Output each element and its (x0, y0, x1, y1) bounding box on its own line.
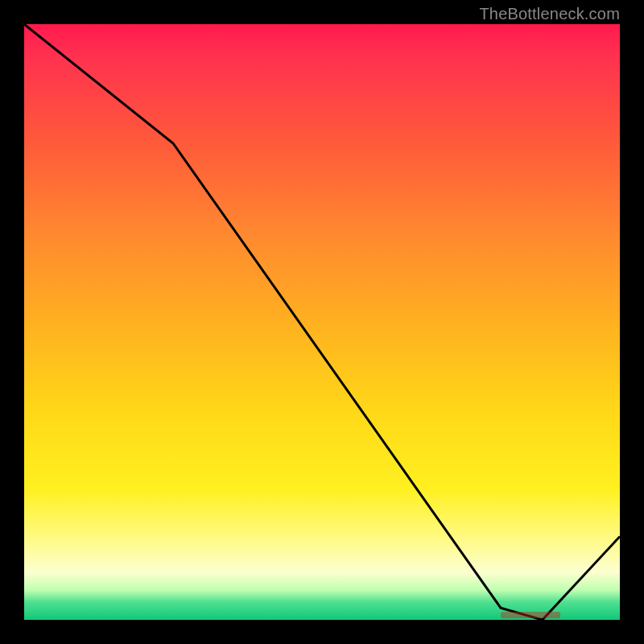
curve-path (24, 24, 620, 620)
bottleneck-curve (24, 24, 620, 620)
optimal-range-marker (501, 612, 560, 618)
watermark-text: TheBottleneck.com (479, 5, 620, 23)
chart-plot-area (24, 24, 620, 620)
